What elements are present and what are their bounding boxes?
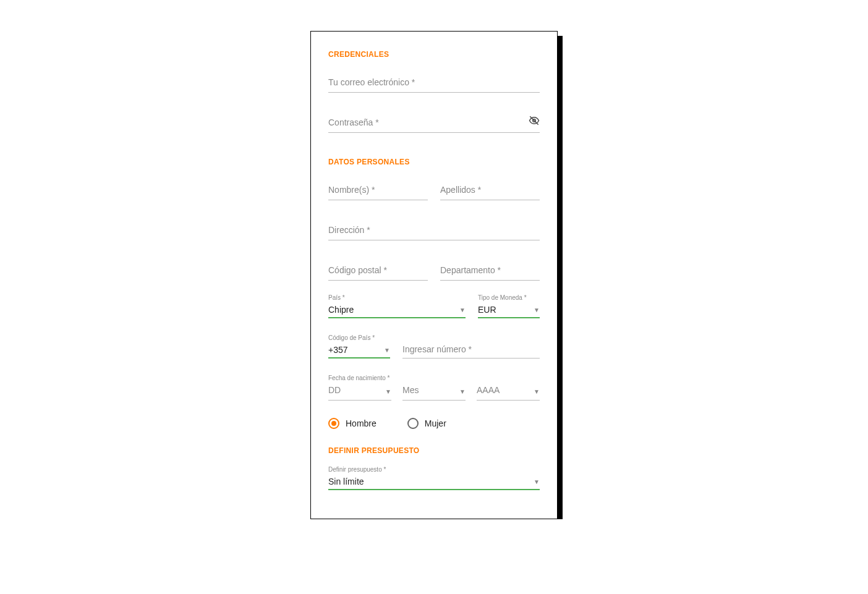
mes-placeholder: Mes — [402, 385, 419, 397]
email-label: Tu correo electrónico * — [328, 77, 540, 92]
section-title-datos: DATOS PERSONALES — [328, 158, 540, 166]
codigo-postal-input[interactable]: Código postal * — [328, 265, 428, 281]
email-input[interactable]: Tu correo electrónico * — [328, 77, 540, 93]
departamento-label: Departamento * — [440, 265, 540, 280]
name-row: Nombre(s) * Apellidos * — [328, 185, 540, 200]
radio-hombre[interactable]: Hombre — [328, 418, 377, 429]
numero-label: Ingresar número * — [402, 344, 540, 358]
anio-select[interactable]: AAAA ▼ — [477, 385, 540, 401]
caret-down-icon: ▼ — [459, 388, 466, 395]
departamento-input[interactable]: Departamento * — [440, 265, 540, 281]
moneda-select[interactable]: EUR ▼ — [478, 305, 540, 318]
password-input[interactable]: Contraseña * — [328, 117, 540, 133]
radio-selected-icon — [328, 418, 339, 429]
direccion-field-wrapper: Dirección * — [328, 225, 540, 240]
codigo-pais-label: Código de País * — [328, 334, 390, 345]
email-field-wrapper: Tu correo electrónico * — [328, 77, 540, 93]
moneda-value: EUR — [478, 305, 496, 315]
dia-select[interactable]: DD ▼ — [328, 385, 391, 401]
pais-moneda-row: País * Chipre ▼ Tipo de Moneda * EUR ▼ — [328, 294, 540, 318]
codigo-postal-label: Código postal * — [328, 265, 428, 280]
presupuesto-label: Definir presupuesto * — [328, 466, 540, 477]
phone-row: Código de País * +357 ▼ Ingresar número … — [328, 334, 540, 359]
radio-mujer[interactable]: Mujer — [407, 418, 446, 429]
fecha-label: Fecha de nacimiento * — [328, 375, 540, 385]
pais-label: País * — [328, 294, 466, 305]
radio-mujer-label: Mujer — [425, 418, 446, 428]
anio-placeholder: AAAA — [477, 385, 500, 397]
apellidos-input[interactable]: Apellidos * — [440, 185, 540, 200]
nombres-input[interactable]: Nombre(s) * — [328, 185, 428, 200]
eye-off-icon[interactable] — [529, 115, 540, 129]
dia-placeholder: DD — [328, 385, 341, 397]
pais-select[interactable]: Chipre ▼ — [328, 305, 466, 318]
password-field-wrapper: Contraseña * — [328, 117, 540, 133]
presupuesto-wrapper: Definir presupuesto * Sin límite ▼ — [328, 466, 540, 490]
presupuesto-value: Sin límite — [328, 477, 364, 486]
section-title-presupuesto: DEFINIR PRESUPUESTO — [328, 446, 540, 455]
presupuesto-select[interactable]: Sin límite ▼ — [328, 477, 540, 490]
registration-form: CREDENCIALES Tu correo electrónico * Con… — [310, 31, 558, 519]
gender-row: Hombre Mujer — [328, 418, 540, 429]
codigo-pais-value: +357 — [328, 345, 348, 355]
caret-down-icon: ▼ — [534, 388, 540, 395]
caret-down-icon: ▼ — [534, 307, 540, 313]
postal-dept-row: Código postal * Departamento * — [328, 265, 540, 281]
caret-down-icon: ▼ — [534, 478, 540, 485]
nombres-label: Nombre(s) * — [328, 185, 428, 200]
fecha-wrapper: Fecha de nacimiento * DD ▼ Mes ▼ AAAA ▼ — [328, 375, 540, 401]
numero-input[interactable]: Ingresar número * — [402, 344, 540, 359]
pais-value: Chipre — [328, 305, 354, 315]
codigo-pais-select[interactable]: +357 ▼ — [328, 345, 390, 359]
section-title-credenciales: CREDENCIALES — [328, 50, 540, 59]
caret-down-icon: ▼ — [385, 388, 391, 395]
radio-unselected-icon — [407, 418, 419, 429]
mes-select[interactable]: Mes ▼ — [402, 385, 466, 401]
direccion-label: Dirección * — [328, 225, 540, 240]
radio-hombre-label: Hombre — [346, 418, 377, 428]
caret-down-icon: ▼ — [459, 307, 466, 313]
direccion-input[interactable]: Dirección * — [328, 225, 540, 240]
password-label: Contraseña * — [328, 117, 540, 132]
caret-down-icon: ▼ — [384, 347, 390, 354]
moneda-label: Tipo de Moneda * — [478, 294, 540, 305]
apellidos-label: Apellidos * — [440, 185, 540, 200]
